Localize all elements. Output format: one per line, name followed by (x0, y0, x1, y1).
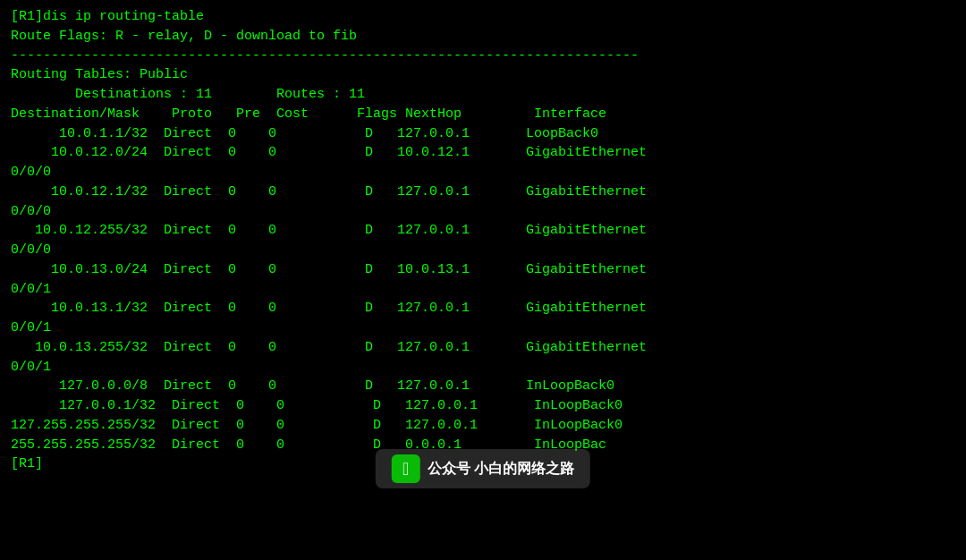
terminal-line: 0/0/1 (11, 358, 955, 378)
terminal-output: [R1]dis ip routing-tableRoute Flags: R -… (11, 7, 955, 474)
terminal-line: Route Flags: R - relay, D - download to … (11, 27, 955, 47)
terminal-line: 10.0.1.1/32 Direct 0 0 D 127.0.0.1 LoopB… (11, 124, 955, 144)
terminal-line: [R1] (11, 454, 955, 474)
terminal-line: [R1]dis ip routing-table (11, 7, 955, 27)
terminal-line: Destinations : 11 Routes : 11 (11, 85, 955, 105)
terminal-line: 0/0/1 (11, 318, 955, 338)
terminal-line: 127.0.0.0/8 Direct 0 0 D 127.0.0.1 InLoo… (11, 377, 955, 396)
terminal-line: 10.0.12.0/24 Direct 0 0 D 10.0.12.1 Giga… (11, 143, 955, 163)
terminal-line: 10.0.12.1/32 Direct 0 0 D 127.0.0.1 Giga… (11, 182, 955, 202)
terminal-line: 0/0/0 (11, 163, 955, 182)
terminal-line: ----------------------------------------… (11, 47, 955, 66)
terminal-line: 10.0.12.255/32 Direct 0 0 D 127.0.0.1 Gi… (11, 221, 955, 241)
terminal-line: 10.0.13.1/32 Direct 0 0 D 127.0.0.1 Giga… (11, 299, 955, 318)
terminal-line: Destination/Mask Proto Pre Cost Flags Ne… (11, 105, 955, 124)
terminal-line: 127.255.255.255/32 Direct 0 0 D 127.0.0.… (11, 416, 955, 436)
terminal-line: 127.0.0.1/32 Direct 0 0 D 127.0.0.1 InLo… (11, 396, 955, 416)
terminal-line: 10.0.13.0/24 Direct 0 0 D 10.0.13.1 Giga… (11, 260, 955, 280)
terminal-window: [R1]dis ip routing-tableRoute Flags: R -… (0, 0, 966, 560)
terminal-line: Routing Tables: Public (11, 65, 955, 85)
terminal-line: 0/0/1 (11, 280, 955, 300)
terminal-line: 0/0/0 (11, 241, 955, 260)
terminal-line: 255.255.255.255/32 Direct 0 0 D 0.0.0.1 … (11, 436, 955, 455)
terminal-line: 10.0.13.255/32 Direct 0 0 D 127.0.0.1 Gi… (11, 338, 955, 358)
terminal-line: 0/0/0 (11, 202, 955, 222)
